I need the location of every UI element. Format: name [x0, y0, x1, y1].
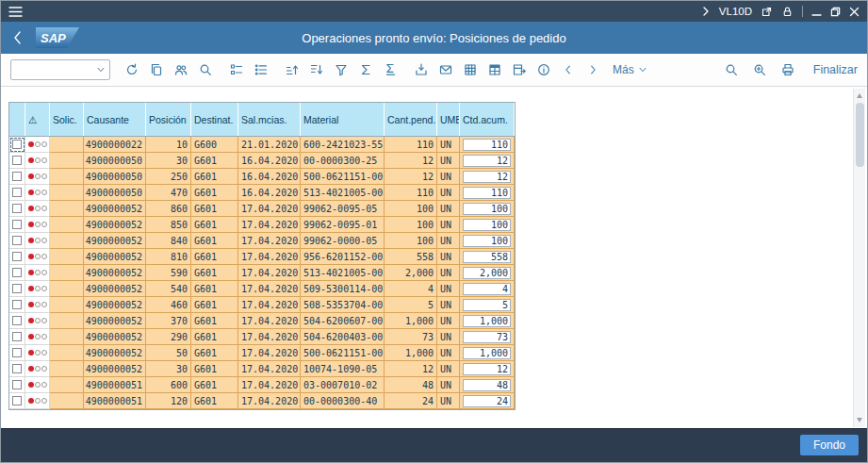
- session-lock-button[interactable]: [781, 6, 794, 18]
- sum-button[interactable]: [353, 58, 378, 82]
- ctdacum-input[interactable]: [463, 347, 511, 359]
- row-checkbox[interactable]: [12, 252, 22, 261]
- table-row[interactable]: 4900000051 120 G601 17.04.2020 00-000030…: [9, 393, 515, 409]
- row-select-cell[interactable]: [9, 185, 25, 201]
- subtotal-button[interactable]: [378, 58, 402, 82]
- header-posicion[interactable]: Posición: [146, 103, 191, 136]
- row-select-cell[interactable]: [9, 233, 25, 249]
- header-causante[interactable]: Causante: [84, 103, 146, 136]
- sort-descending-button[interactable]: [304, 58, 329, 82]
- row-checkbox[interactable]: [12, 140, 22, 149]
- table-row[interactable]: 4900000052 370 G601 17.04.2020 504-62006…: [9, 313, 515, 329]
- row-checkbox[interactable]: [12, 204, 22, 213]
- ctdacum-input[interactable]: [463, 379, 511, 391]
- info-button[interactable]: [532, 58, 556, 82]
- create-collective-button[interactable]: [169, 58, 193, 82]
- refresh-button[interactable]: [120, 58, 144, 82]
- row-checkbox[interactable]: [12, 300, 22, 309]
- select-all-header-cell[interactable]: [9, 103, 25, 136]
- print-button[interactable]: [776, 58, 800, 82]
- ctdacum-input[interactable]: [463, 235, 511, 247]
- table-row[interactable]: 4900000052 540 G601 17.04.2020 509-53001…: [9, 281, 515, 297]
- scrollbar-thumb[interactable]: [856, 103, 864, 167]
- ctdacum-input[interactable]: [463, 171, 511, 183]
- row-checkbox[interactable]: [12, 316, 22, 325]
- row-select-cell[interactable]: [9, 329, 25, 345]
- row-select-cell[interactable]: [9, 345, 25, 361]
- layout-combobox[interactable]: [10, 59, 110, 80]
- row-select-cell[interactable]: [9, 313, 25, 329]
- header-salmcias[interactable]: Sal.mcias.: [238, 103, 301, 136]
- finalizar-button[interactable]: Finalizar: [813, 63, 858, 76]
- email-button[interactable]: [434, 58, 458, 82]
- ctdacum-input[interactable]: [463, 251, 511, 263]
- ctdacum-input[interactable]: [463, 395, 511, 407]
- previous-item-button[interactable]: [556, 58, 581, 82]
- header-ctdacum[interactable]: Ctd.acum.: [460, 103, 515, 136]
- row-checkbox[interactable]: [12, 188, 22, 197]
- restore-button[interactable]: [830, 7, 841, 17]
- table-row[interactable]: 4900000052 50 G601 17.04.2020 500-062115…: [9, 345, 515, 361]
- table-row[interactable]: 4900000052 840 G601 17.04.2020 99062-000…: [9, 233, 515, 249]
- header-status[interactable]: ⚠: [25, 103, 50, 136]
- copy-button[interactable]: [144, 58, 169, 82]
- word-processing-button[interactable]: [507, 58, 532, 82]
- table-row[interactable]: 4900000050 470 G601 16.04.2020 513-40210…: [9, 185, 515, 201]
- back-button[interactable]: [12, 30, 23, 45]
- filter-button[interactable]: [329, 58, 353, 82]
- export-button[interactable]: [409, 58, 434, 82]
- row-select-cell[interactable]: [9, 249, 25, 265]
- row-checkbox[interactable]: [12, 156, 22, 165]
- row-checkbox[interactable]: [12, 268, 22, 277]
- row-checkbox[interactable]: [12, 172, 22, 181]
- ctdacum-input[interactable]: [463, 283, 511, 295]
- next-item-button[interactable]: [581, 58, 605, 82]
- select-block-button[interactable]: [249, 58, 273, 82]
- select-all-button[interactable]: [224, 58, 249, 82]
- row-checkbox[interactable]: [12, 284, 22, 293]
- row-select-cell[interactable]: [9, 361, 25, 377]
- menu-button[interactable]: [8, 6, 23, 18]
- table-row[interactable]: 4900000052 460 G601 17.04.2020 508-53537…: [9, 297, 515, 313]
- scroll-up-icon[interactable]: [857, 93, 862, 98]
- row-select-cell[interactable]: [9, 153, 25, 169]
- ctdacum-input[interactable]: [463, 267, 511, 279]
- background-jobs-button[interactable]: [458, 58, 483, 82]
- row-select-cell[interactable]: [9, 265, 25, 281]
- table-row[interactable]: 4900000051 600 G601 17.04.2020 03-000701…: [9, 377, 515, 393]
- ctdacum-input[interactable]: [463, 219, 511, 231]
- search-button[interactable]: [719, 58, 744, 82]
- fondo-button[interactable]: Fondo: [800, 435, 859, 455]
- open-window-button[interactable]: [761, 6, 773, 18]
- find-button[interactable]: [193, 58, 218, 82]
- table-row[interactable]: 4900000022 10 G600 21.01.2020 600-242102…: [9, 137, 515, 153]
- row-select-cell[interactable]: [9, 169, 25, 185]
- table-row[interactable]: 4900000050 250 G601 16.04.2020 500-06211…: [9, 169, 515, 185]
- row-select-cell[interactable]: [9, 377, 25, 393]
- ctdacum-input[interactable]: [463, 299, 511, 311]
- row-select-cell[interactable]: [9, 281, 25, 297]
- row-checkbox[interactable]: [12, 332, 22, 341]
- search-more-button[interactable]: [747, 58, 772, 82]
- row-select-cell[interactable]: [9, 217, 25, 233]
- vertical-scrollbar[interactable]: [853, 89, 865, 427]
- table-row[interactable]: 4900000052 810 G601 17.04.2020 956-62011…: [9, 249, 515, 265]
- ctdacum-input[interactable]: [463, 331, 511, 343]
- row-select-cell[interactable]: [9, 393, 25, 409]
- row-checkbox[interactable]: [12, 364, 22, 373]
- table-row[interactable]: 4900000052 290 G601 17.04.2020 504-62004…: [9, 329, 515, 345]
- minimize-button[interactable]: [811, 7, 822, 17]
- row-checkbox[interactable]: [12, 348, 22, 357]
- spreadsheet-button[interactable]: [483, 58, 507, 82]
- table-row[interactable]: 4900000052 850 G601 17.04.2020 99062-009…: [9, 217, 515, 233]
- table-row[interactable]: 4900000052 30 G601 17.04.2020 10074-1090…: [9, 361, 515, 377]
- row-checkbox[interactable]: [12, 220, 22, 229]
- header-umb[interactable]: UMB: [437, 103, 460, 136]
- scroll-down-icon[interactable]: [857, 418, 862, 422]
- ctdacum-input[interactable]: [463, 363, 511, 375]
- ctdacum-input[interactable]: [463, 203, 511, 215]
- row-checkbox[interactable]: [12, 380, 22, 389]
- close-button[interactable]: [849, 7, 860, 17]
- header-material[interactable]: Material: [301, 103, 385, 136]
- header-cantpend[interactable]: Cant.pend.: [385, 103, 437, 136]
